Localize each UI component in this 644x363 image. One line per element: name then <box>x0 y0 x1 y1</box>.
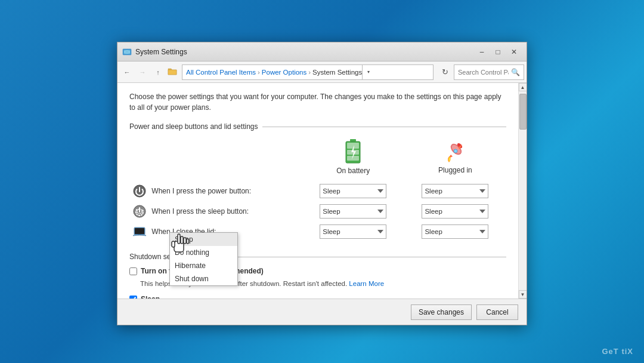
sleep-battery-cell: Do nothing Sleep Hibernate Shut down <box>302 201 404 222</box>
svg-rect-6 <box>347 143 359 149</box>
window-title: System Settings <box>135 48 474 56</box>
lid-icon <box>133 227 151 235</box>
cancel-button[interactable]: Cancel <box>476 304 518 320</box>
battery-column-label: On battery <box>336 167 370 175</box>
up-button[interactable]: ↑ <box>151 65 165 79</box>
power-button-icon <box>133 186 151 195</box>
folder-icon <box>168 67 177 77</box>
titlebar-buttons: – □ ✕ <box>474 45 522 59</box>
addressbar: ← → ↑ All Control Panel Items › Power Op… <box>117 61 527 83</box>
breadcrumb-sep-2: › <box>308 69 311 76</box>
scrollbar-up-arrow[interactable]: ▲ <box>519 83 527 91</box>
power-plugged-dropdown[interactable]: Do nothing Sleep Hibernate Shut down <box>422 184 488 198</box>
breadcrumb-all-control-panel[interactable]: All Control Panel Items <box>186 69 256 76</box>
lid-plugged-cell: Do nothing Sleep Hibernate Shut down <box>404 222 506 242</box>
pluggedin-column-label: Plugged in <box>438 166 472 174</box>
lid-battery-cell: Do nothing Sleep Hibernate Shut down <box>302 222 404 242</box>
svg-rect-4 <box>350 139 356 141</box>
sleep-plugged-cell: Do nothing Sleep Hibernate Shut down <box>404 201 506 222</box>
power-table: On battery <box>129 137 506 242</box>
breadcrumb-power-options[interactable]: Power Options <box>262 69 306 76</box>
watermark: GeT tiX <box>602 347 633 356</box>
search-box: 🔍 <box>454 64 524 80</box>
close-button[interactable]: ✕ <box>506 45 522 59</box>
lid-battery-dropdown[interactable]: Do nothing Sleep Hibernate Shut down <box>320 224 386 239</box>
learn-more-link[interactable]: Learn More <box>349 280 384 287</box>
search-icon: 🔍 <box>511 68 520 76</box>
scrollbar-down-arrow[interactable]: ▼ <box>519 290 527 299</box>
svg-point-12 <box>454 149 457 153</box>
battery-icon <box>345 139 361 164</box>
sleep-plugged-dropdown[interactable]: Do nothing Sleep Hibernate Shut down <box>422 204 488 219</box>
pluggedin-header: Plugged in <box>408 140 503 174</box>
sleep-battery-dropdown[interactable]: Do nothing Sleep Hibernate Shut down <box>320 204 386 219</box>
power-button-label: When I press the power button: <box>151 187 251 195</box>
battery-header: On battery <box>306 139 401 175</box>
back-button[interactable]: ← <box>120 65 134 79</box>
breadcrumb-dropdown-icon[interactable]: ▾ <box>362 64 374 80</box>
bottom-bar: Save changes Cancel <box>117 299 527 325</box>
sleep-button-label: When I press the sleep button: <box>151 207 249 216</box>
refresh-button[interactable]: ↻ <box>437 64 453 80</box>
dd-item-shutdown[interactable]: Shut down <box>170 272 237 285</box>
scrollbar-track: ▲ ▼ <box>518 83 527 299</box>
breadcrumb-current: System Settings <box>312 69 362 76</box>
dd-item-hibernate[interactable]: Hibernate <box>170 259 237 272</box>
power-battery-cell: Do nothing Sleep Hibernate Shut down <box>302 181 404 201</box>
power-button-row: When I press the power button: Do nothin… <box>129 181 506 201</box>
sleep-dropdown-overlay: Sleep Do nothing Hibernate Shut down <box>169 232 238 286</box>
power-table-header: On battery <box>129 137 506 181</box>
window-icon <box>122 47 132 57</box>
section1-title: Power and sleep buttons and lid settings <box>129 122 506 131</box>
power-plugged-cell: Do nothing Sleep Hibernate Shut down <box>404 181 506 201</box>
intro-text: Choose the power settings that you want … <box>129 91 506 113</box>
svg-rect-17 <box>135 228 144 234</box>
scrollbar-thumb[interactable] <box>519 94 527 130</box>
search-input[interactable] <box>458 69 509 76</box>
save-button[interactable]: Save changes <box>411 304 472 320</box>
pluggedin-icon <box>443 140 467 164</box>
sleep-button-row: When I press the sleep button: Do nothin… <box>129 201 506 222</box>
breadcrumb-sep-1: › <box>258 69 260 76</box>
titlebar: System Settings – □ ✕ <box>117 42 527 61</box>
dd-item-do-nothing[interactable]: Do nothing <box>170 246 237 259</box>
power-battery-dropdown[interactable]: Do nothing Sleep Hibernate Shut down <box>320 184 386 198</box>
minimize-button[interactable]: – <box>474 45 490 59</box>
dd-item-sleep[interactable]: Sleep <box>170 233 237 246</box>
maximize-button[interactable]: □ <box>490 45 506 59</box>
breadcrumb: All Control Panel Items › Power Options … <box>182 64 434 80</box>
sleep-button-icon <box>133 207 151 215</box>
lid-plugged-dropdown[interactable]: Do nothing Sleep Hibernate Shut down <box>422 224 488 239</box>
forward-button[interactable]: → <box>135 65 150 79</box>
fast-startup-checkbox[interactable] <box>129 267 137 275</box>
